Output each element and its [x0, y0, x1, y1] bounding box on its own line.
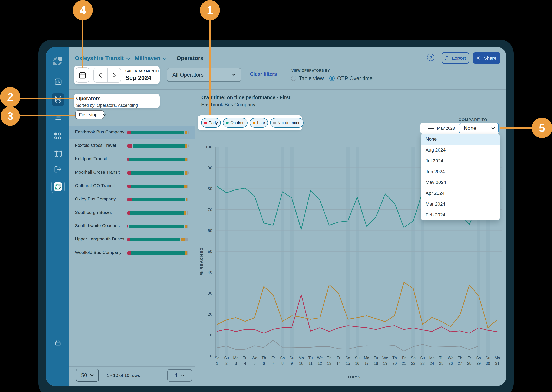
svg-text:70: 70 [208, 208, 212, 212]
svg-text:11: 11 [308, 361, 312, 366]
svg-text:14: 14 [336, 361, 341, 366]
svg-text:22: 22 [411, 361, 415, 366]
svg-text:90: 90 [208, 166, 212, 170]
svg-text:30: 30 [208, 291, 212, 295]
svg-text:Sa: Sa [346, 356, 350, 360]
svg-text:31: 31 [495, 361, 499, 366]
svg-text:1: 1 [216, 361, 218, 366]
svg-text:Mo: Mo [233, 356, 238, 360]
svg-text:% REACHED: % REACHED [199, 247, 204, 275]
svg-text:19: 19 [383, 361, 388, 366]
svg-text:Su: Su [224, 356, 229, 360]
svg-text:6: 6 [263, 361, 265, 366]
svg-text:Su: Su [355, 356, 360, 360]
svg-text:Mo: Mo [429, 356, 434, 360]
svg-text:13: 13 [327, 361, 331, 366]
svg-text:Fr: Fr [467, 356, 471, 360]
svg-text:0: 0 [210, 354, 212, 358]
svg-text:Th: Th [262, 356, 266, 360]
svg-text:20: 20 [208, 312, 212, 316]
svg-text:Th: Th [327, 356, 332, 360]
svg-text:We: We [252, 356, 257, 360]
svg-text:Mo: Mo [495, 356, 500, 360]
svg-text:Sa: Sa [476, 356, 481, 360]
svg-text:Su: Su [486, 356, 490, 360]
svg-text:Su: Su [290, 356, 294, 360]
svg-text:23: 23 [420, 361, 425, 366]
svg-text:DAYS: DAYS [348, 375, 361, 379]
svg-text:Su: Su [420, 356, 425, 360]
svg-text:Tu: Tu [243, 356, 247, 360]
svg-text:Sa: Sa [411, 356, 416, 360]
svg-text:26: 26 [449, 361, 453, 366]
svg-text:30: 30 [486, 361, 490, 366]
svg-text:Fr: Fr [271, 356, 275, 360]
svg-text:50: 50 [208, 249, 212, 254]
svg-text:40: 40 [208, 270, 212, 274]
svg-text:24: 24 [430, 361, 434, 366]
svg-text:25: 25 [439, 361, 443, 366]
svg-text:Th: Th [458, 356, 462, 360]
svg-text:10: 10 [208, 333, 212, 337]
svg-text:We: We [448, 356, 453, 360]
svg-text:4: 4 [244, 361, 246, 366]
svg-text:Tu: Tu [308, 356, 313, 360]
svg-text:10: 10 [299, 361, 303, 366]
svg-text:Tu: Tu [374, 356, 378, 360]
svg-text:5: 5 [253, 361, 255, 366]
svg-text:60: 60 [208, 228, 212, 233]
svg-text:7: 7 [272, 361, 274, 366]
svg-text:21: 21 [402, 361, 406, 366]
svg-text:Fr: Fr [402, 356, 406, 360]
svg-text:100: 100 [205, 145, 212, 149]
svg-text:28: 28 [467, 361, 471, 366]
svg-text:20: 20 [392, 361, 396, 366]
svg-text:9: 9 [291, 361, 293, 366]
svg-text:Th: Th [392, 356, 397, 360]
svg-text:16: 16 [355, 361, 359, 366]
svg-text:29: 29 [476, 361, 481, 366]
svg-text:We: We [317, 356, 323, 360]
svg-text:Tu: Tu [439, 356, 443, 360]
svg-text:2: 2 [226, 361, 227, 366]
svg-text:3: 3 [235, 361, 237, 366]
svg-text:Sa: Sa [280, 356, 285, 360]
svg-text:Sa: Sa [215, 356, 220, 360]
svg-text:27: 27 [458, 361, 462, 366]
svg-text:Fr: Fr [337, 356, 340, 360]
svg-text:17: 17 [364, 361, 369, 366]
svg-text:15: 15 [346, 361, 350, 366]
svg-text:We: We [382, 356, 388, 360]
svg-text:Mo: Mo [298, 356, 304, 360]
svg-text:80: 80 [208, 186, 212, 191]
svg-text:18: 18 [374, 361, 378, 366]
svg-text:12: 12 [318, 361, 322, 366]
svg-text:Mo: Mo [364, 356, 369, 360]
svg-text:8: 8 [281, 361, 283, 366]
